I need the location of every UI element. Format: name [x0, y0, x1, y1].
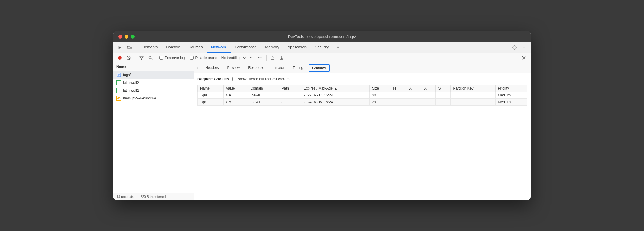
cell-priority: Medium: [495, 99, 527, 106]
svg-point-9: [149, 56, 151, 58]
tab-application[interactable]: Application: [283, 42, 311, 53]
col-expires[interactable]: Expires / Max-Age ▲: [301, 85, 369, 92]
svg-line-8: [127, 57, 130, 59]
tab-console[interactable]: Console: [162, 42, 184, 53]
wifi-icon[interactable]: [256, 55, 264, 61]
col-name[interactable]: Name: [198, 85, 224, 92]
cell-value: GA...: [223, 92, 248, 99]
detail-tab-cookies[interactable]: Cookies: [309, 64, 330, 72]
sidebar-item-label: main.js?v=6498d36a: [123, 96, 156, 100]
detail-tab-preview[interactable]: Preview: [223, 63, 244, 73]
tab-network[interactable]: Network: [207, 42, 231, 53]
col-s2[interactable]: S.: [421, 85, 436, 92]
title-bar: DevTools - developer.chrome.com/tags/: [113, 31, 531, 42]
separator-1: [135, 55, 135, 61]
table-row[interactable]: _gid GA... .devel... / 2022-07-07T15:24.…: [198, 92, 527, 99]
sidebar-item-label: tags/: [123, 73, 131, 77]
cell-value: GA...: [223, 99, 248, 106]
preserve-log-label[interactable]: Preserve log: [159, 56, 185, 60]
font-icon-2: T: [116, 88, 121, 93]
traffic-lights: [118, 35, 135, 38]
cell-h: [391, 92, 406, 99]
svg-point-6: [118, 56, 122, 60]
toolbar-icons: [116, 44, 134, 51]
sidebar-item-label: latin.woff2: [123, 88, 139, 93]
close-button[interactable]: [118, 35, 122, 38]
tab-sources[interactable]: Sources: [184, 42, 207, 53]
tab-memory[interactable]: Memory: [261, 42, 283, 53]
detail-tab-initiator[interactable]: Initiator: [268, 63, 288, 73]
cell-path: /: [279, 99, 301, 106]
maximize-button[interactable]: [131, 35, 135, 38]
sidebar-item-latin2[interactable]: T latin.woff2: [113, 87, 194, 94]
cell-name: _gid: [198, 92, 224, 99]
sidebar-item-tags[interactable]: tags/: [113, 71, 194, 79]
cell-size: 29: [369, 99, 391, 106]
disable-cache-checkbox[interactable]: [190, 56, 194, 60]
throttle-select[interactable]: No throttling: [219, 55, 247, 61]
record-button[interactable]: [116, 55, 124, 61]
tab-security[interactable]: Security: [311, 42, 333, 53]
throttle-dropdown-icon[interactable]: [248, 55, 254, 61]
sidebar-header: Name: [113, 63, 194, 71]
col-priority[interactable]: Priority: [495, 85, 527, 92]
cursor-icon[interactable]: [116, 44, 124, 51]
cell-s2: [421, 92, 436, 99]
filter-cookies-checkbox[interactable]: [232, 77, 236, 81]
detail-tab-headers[interactable]: Headers: [201, 63, 223, 73]
search-icon[interactable]: [147, 55, 154, 61]
svg-rect-1: [130, 47, 132, 48]
tab-more[interactable]: »: [333, 42, 343, 53]
cell-domain: .devel...: [248, 99, 279, 106]
request-cookies-header: Request Cookies show filtered out reques…: [197, 77, 527, 81]
detail-tab-timing[interactable]: Timing: [289, 63, 308, 73]
col-partition-key[interactable]: Partition Key: [451, 85, 495, 92]
col-s3[interactable]: S.: [436, 85, 451, 92]
col-size[interactable]: Size: [369, 85, 391, 92]
main-content: Name tags/ T latin.woff2: [113, 63, 531, 200]
svg-line-10: [151, 58, 153, 60]
col-s1[interactable]: S.: [406, 85, 421, 92]
cell-name: _ga: [198, 99, 224, 106]
detail-close-button[interactable]: ×: [194, 66, 201, 70]
cell-s1: [406, 99, 421, 106]
clear-button[interactable]: [125, 55, 133, 61]
settings-icon-right[interactable]: [520, 54, 528, 61]
device-toggle-icon[interactable]: [125, 44, 134, 51]
col-path[interactable]: Path: [279, 85, 301, 92]
font-icon-1: T: [116, 80, 121, 85]
upload-icon[interactable]: [269, 55, 277, 61]
network-toolbar: Preserve log Disable cache No throttling: [113, 53, 531, 63]
settings-gear-icon[interactable]: [510, 44, 519, 51]
filter-cookies-label[interactable]: show filtered out request cookies: [232, 77, 290, 81]
devtools-window: DevTools - developer.chrome.com/tags/: [113, 31, 531, 200]
separator-2: [157, 55, 157, 61]
minimize-button[interactable]: [125, 35, 128, 38]
sidebar-item-mainjs[interactable]: JS main.js?v=6498d36a: [113, 94, 194, 102]
tab-elements[interactable]: Elements: [137, 42, 162, 53]
svg-point-3: [524, 45, 524, 46]
filter-icon[interactable]: [138, 55, 145, 61]
more-options-icon[interactable]: [520, 44, 528, 51]
col-h[interactable]: H.: [391, 85, 406, 92]
table-row[interactable]: _ga GA... .devel... / 2024-07-05T15:24..…: [198, 99, 527, 106]
cell-partition-key: [451, 99, 495, 106]
transferred-size: 220 B transferred: [140, 195, 166, 198]
window-title: DevTools - developer.chrome.com/tags/: [288, 34, 356, 39]
separator-4: [266, 55, 267, 61]
request-cookies-title: Request Cookies: [197, 77, 229, 81]
tab-performance[interactable]: Performance: [231, 42, 261, 53]
preserve-log-checkbox[interactable]: [159, 56, 163, 60]
download-icon[interactable]: [278, 55, 286, 61]
sidebar-item-latin1[interactable]: T latin.woff2: [113, 79, 194, 87]
disable-cache-label[interactable]: Disable cache: [190, 56, 217, 60]
detail-tab-response[interactable]: Response: [244, 63, 268, 73]
sidebar-footer: 13 requests | 220 B transferred: [113, 193, 194, 200]
cell-priority: Medium: [495, 92, 527, 99]
cell-path: /: [279, 92, 301, 99]
network-sidebar: Name tags/ T latin.woff2: [113, 63, 194, 200]
col-domain[interactable]: Domain: [248, 85, 279, 92]
col-value[interactable]: Value: [223, 85, 248, 92]
sidebar-item-label: latin.woff2: [123, 81, 139, 85]
svg-point-2: [514, 47, 515, 48]
